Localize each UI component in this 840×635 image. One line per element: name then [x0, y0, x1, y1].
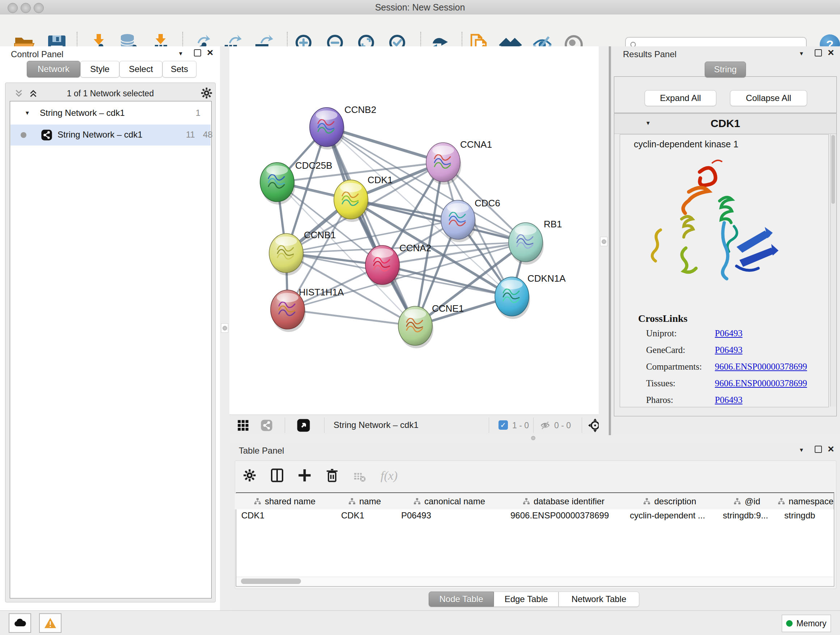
delete-table-icon-disabled: [353, 470, 366, 483]
panel-float-icon[interactable]: [815, 446, 822, 453]
column-header-name[interactable]: name: [335, 494, 395, 509]
cloud-button[interactable]: [9, 613, 31, 633]
network-node-CCNB2[interactable]: CCNB2: [309, 104, 376, 149]
panel-float-icon[interactable]: [815, 49, 822, 57]
expand-all-button[interactable]: Expand All: [645, 90, 716, 106]
add-column-icon[interactable]: [297, 468, 312, 483]
title-bar: Session: New Session: [0, 0, 840, 15]
crosslink-genecard-link[interactable]: P06493: [715, 345, 742, 355]
panel-collapse-icon[interactable]: ▼: [799, 51, 804, 56]
network-node-CDC6[interactable]: CDC6: [441, 198, 500, 242]
table-cell[interactable]: CDK1: [241, 509, 334, 522]
node-label-RB1: RB1: [544, 219, 562, 230]
panel-collapse-icon[interactable]: ▼: [799, 447, 804, 453]
table-cell[interactable]: stringdb: [784, 509, 833, 522]
protein-structure-image: [645, 156, 790, 301]
column-type-icon: [734, 498, 741, 505]
column-header-id[interactable]: @id: [716, 494, 778, 509]
network-row-selected[interactable]: String Network – cdk1 11 48: [11, 125, 210, 146]
crosslink-pharos-link[interactable]: P06493: [715, 395, 742, 405]
tab-edge-table[interactable]: Edge Table: [494, 592, 559, 607]
panel-close-icon[interactable]: ×: [828, 443, 834, 454]
protein-detail-box: cyclin-dependent kinase 1: [620, 134, 829, 407]
tab-network[interactable]: Network: [27, 61, 80, 78]
column-type-icon: [523, 498, 530, 505]
warning-button[interactable]: [39, 613, 62, 633]
bottom-splitter-handle[interactable]: [529, 435, 538, 440]
node-label-CDC6: CDC6: [475, 198, 500, 209]
network-node-RB1[interactable]: RB1: [508, 219, 562, 264]
table-hscrollbar-thumb[interactable]: [241, 578, 301, 584]
column-type-icon: [414, 498, 421, 505]
column-header-sharedname[interactable]: shared name: [235, 494, 335, 509]
protein-name: CDK1: [614, 117, 836, 130]
crosslink-label: Compartments:: [646, 362, 702, 372]
node-label-CDC25B: CDC25B: [295, 160, 332, 171]
memory-status-dot: [786, 620, 793, 627]
panel-close-icon[interactable]: ×: [207, 47, 213, 58]
tab-network-table[interactable]: Network Table: [559, 592, 639, 607]
tab-select[interactable]: Select: [119, 61, 163, 78]
tab-node-table[interactable]: Node Table: [429, 592, 494, 607]
panel-close-icon[interactable]: ×: [828, 47, 834, 58]
network-graph[interactable]: CCNB2CCNA1CDC25BCDK1CDC6RB1CCNB1CCNA2CDK…: [229, 46, 599, 415]
collapse-all-button[interactable]: Collapse All: [730, 90, 807, 106]
network-node-count: 11: [186, 130, 195, 140]
crosslink-label: Tissues:: [646, 378, 676, 388]
network-node-CCNA2[interactable]: CCNA2: [365, 242, 431, 287]
column-type-icon: [778, 498, 785, 505]
network-node-CCNE1[interactable]: CCNE1: [398, 303, 464, 348]
node-label-CCNB2: CCNB2: [344, 104, 376, 115]
show-columns-icon[interactable]: [270, 468, 284, 483]
window-title: Session: New Session: [0, 2, 840, 13]
panel-float-icon[interactable]: [194, 49, 201, 57]
memory-button[interactable]: Memory: [782, 615, 831, 632]
birds-eye-view-icon[interactable]: [297, 418, 310, 432]
network-node-CDKN1A[interactable]: CDKN1A: [495, 273, 566, 319]
network-node-HIST1H1A[interactable]: HIST1H1A: [271, 287, 344, 332]
crosslink-compartments-link[interactable]: 9606.ENSP00000378699: [715, 362, 807, 372]
table-cell[interactable]: cyclin-dependent ...: [630, 509, 715, 522]
node-label-CCNB1: CCNB1: [304, 230, 336, 241]
crosslinks-heading: CrossLinks: [638, 313, 687, 325]
network-view-icon-disabled[interactable]: [261, 419, 273, 432]
delete-column-icon[interactable]: [325, 468, 339, 483]
tab-sets[interactable]: Sets: [163, 61, 196, 78]
column-header-description[interactable]: description: [623, 494, 717, 509]
bar-divider: [324, 417, 325, 433]
protein-header-row[interactable]: ▼ CDK1: [614, 114, 836, 134]
tab-style[interactable]: Style: [80, 61, 119, 78]
table-cell[interactable]: 9606.ENSP00000378699: [510, 509, 622, 522]
crosslink-tissues-link[interactable]: 9606.ENSP00000378699: [715, 378, 807, 388]
table-cell[interactable]: stringdb:9...: [723, 509, 777, 522]
table-options-gear-icon[interactable]: [242, 468, 257, 483]
table-hscrollbar-track[interactable]: [236, 577, 833, 585]
network-group-count: 1: [196, 108, 201, 118]
results-scrollbar-track[interactable]: [830, 134, 836, 407]
tab-string[interactable]: String: [705, 62, 746, 78]
bar-divider: [582, 417, 582, 433]
panel-collapse-icon[interactable]: ▼: [178, 51, 183, 56]
bar-divider: [489, 417, 489, 433]
warning-icon: [44, 617, 57, 629]
network-node-CDK1[interactable]: CDK1: [334, 174, 393, 222]
network-options-gear-icon[interactable]: [200, 87, 213, 100]
network-group-row[interactable]: ▼ String Network – cdk1 1: [10, 103, 210, 124]
network-node-CCNB1[interactable]: CCNB1: [269, 230, 336, 276]
table-cell[interactable]: CDK1: [341, 509, 394, 522]
grid-view-icon[interactable]: [237, 420, 249, 431]
column-header-databaseidentifier[interactable]: database identifier: [504, 494, 624, 509]
right-splitter-handle[interactable]: [600, 237, 607, 246]
network-group-label: String Network – cdk1: [40, 108, 125, 118]
results-scrollbar-thumb[interactable]: [831, 135, 835, 204]
column-header-namespace[interactable]: namespace: [778, 494, 834, 509]
crosslink-uniprot-link[interactable]: P06493: [715, 328, 742, 339]
table-panel-title: Table Panel: [239, 446, 284, 456]
tree-expand-icon[interactable]: ▼: [25, 110, 30, 116]
network-edge[interactable]: [287, 310, 415, 326]
left-splitter-handle[interactable]: [221, 323, 228, 333]
selected-checkbox[interactable]: ✓: [499, 420, 508, 430]
column-header-canonicalname[interactable]: canonical name: [395, 494, 504, 509]
crosslink-label: Pharos:: [646, 395, 673, 405]
table-cell[interactable]: P06493: [401, 509, 503, 522]
